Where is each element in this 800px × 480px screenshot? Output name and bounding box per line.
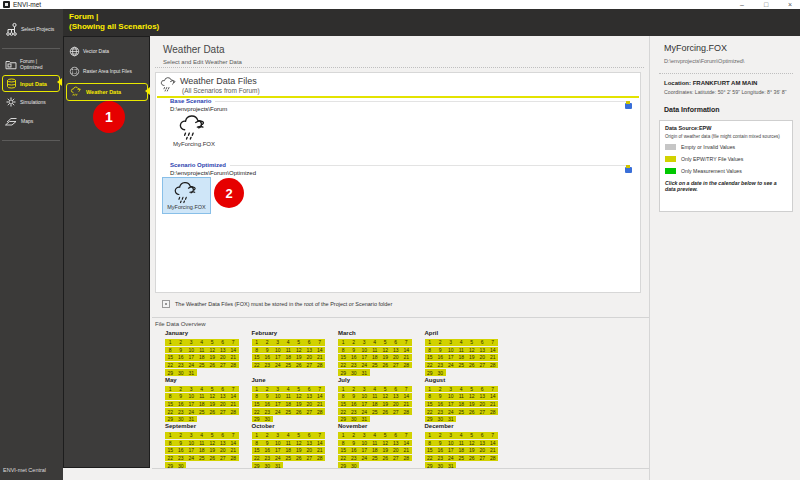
calendar-day[interactable]: 3 (186, 432, 197, 439)
calendar-day[interactable]: 1 (165, 339, 176, 346)
calendar-day[interactable]: 11 (370, 440, 381, 447)
calendar-day[interactable]: 26 (207, 455, 218, 462)
calendar-day[interactable]: 28 (401, 362, 412, 369)
calendar-day[interactable]: 17 (359, 447, 370, 454)
calendar-day[interactable]: 10 (359, 393, 370, 400)
calendar-day[interactable]: 11 (370, 347, 381, 354)
calendar-day[interactable]: 27 (304, 455, 315, 462)
calendar-day[interactable]: 5 (294, 386, 305, 393)
calendar-day[interactable]: 4 (456, 386, 467, 393)
calendar-day[interactable]: 8 (425, 440, 436, 447)
calendar-day[interactable]: 2 (349, 432, 360, 439)
calendar-day[interactable]: 9 (176, 347, 187, 354)
calendar-day[interactable]: 12 (294, 347, 305, 354)
calendar-day[interactable]: 25 (456, 362, 467, 369)
calendar-day[interactable]: 11 (283, 440, 294, 447)
calendar-day[interactable]: 7 (315, 386, 326, 393)
calendar-day[interactable]: 21 (401, 401, 412, 408)
calendar-day[interactable]: 23 (262, 362, 273, 369)
calendar-day[interactable]: 8 (252, 393, 263, 400)
calendar-day[interactable]: 13 (218, 347, 229, 354)
calendar-day[interactable]: 2 (176, 432, 187, 439)
calendar-day[interactable]: 28 (228, 408, 239, 415)
calendar-day[interactable]: 13 (477, 393, 488, 400)
calendar-day[interactable]: 8 (425, 393, 436, 400)
calendar-day[interactable]: 30 (176, 369, 187, 376)
calendar-day[interactable]: 9 (176, 393, 187, 400)
calendar-day[interactable]: 18 (456, 354, 467, 361)
calendar-day[interactable]: 24 (446, 362, 457, 369)
calendar-day[interactable]: 19 (207, 354, 218, 361)
calendar-day[interactable]: 23 (435, 408, 446, 415)
calendar-day[interactable]: 4 (283, 386, 294, 393)
calendar-day[interactable]: 7 (401, 432, 412, 439)
calendar-day[interactable]: 25 (456, 408, 467, 415)
calendar-day[interactable]: 12 (207, 393, 218, 400)
calendar-day[interactable]: 31 (359, 416, 370, 423)
calendar-day[interactable]: 28 (228, 455, 239, 462)
calendar-day[interactable]: 25 (370, 362, 381, 369)
section-action-icon[interactable] (625, 167, 632, 173)
calendar-day[interactable]: 5 (467, 339, 478, 346)
calendar-day[interactable]: 25 (370, 408, 381, 415)
calendar-day[interactable]: 23 (176, 408, 187, 415)
calendar-day[interactable]: 2 (176, 339, 187, 346)
calendar-day[interactable]: 16 (262, 401, 273, 408)
calendar-day[interactable]: 5 (380, 386, 391, 393)
calendar-day[interactable]: 1 (165, 432, 176, 439)
calendar-day[interactable]: 10 (186, 393, 197, 400)
calendar-day[interactable]: 13 (391, 440, 402, 447)
calendar-day[interactable]: 30 (435, 416, 446, 423)
calendar-day[interactable]: 22 (425, 408, 436, 415)
calendar-day[interactable]: 15 (425, 401, 436, 408)
calendar-day[interactable]: 3 (359, 432, 370, 439)
calendar-day[interactable]: 7 (228, 432, 239, 439)
calendar-day[interactable]: 22 (338, 455, 349, 462)
calendar-day[interactable]: 18 (456, 401, 467, 408)
calendar-day[interactable]: 9 (176, 440, 187, 447)
minimize-icon[interactable]: – (736, 0, 748, 9)
calendar-day[interactable]: 5 (294, 432, 305, 439)
calendar-day[interactable]: 3 (186, 386, 197, 393)
calendar-day[interactable]: 8 (165, 440, 176, 447)
calendar-day[interactable]: 17 (446, 447, 457, 454)
calendar-day[interactable]: 8 (338, 440, 349, 447)
calendar-day[interactable]: 5 (467, 386, 478, 393)
calendar-day[interactable]: 11 (283, 393, 294, 400)
calendar-day[interactable]: 14 (488, 347, 499, 354)
calendar-day[interactable]: 13 (477, 440, 488, 447)
calendar-day[interactable]: 20 (218, 447, 229, 454)
calendar-day[interactable]: 17 (186, 447, 197, 454)
calendar-day[interactable]: 29 (165, 416, 176, 423)
calendar-day[interactable]: 22 (165, 455, 176, 462)
calendar-day[interactable]: 2 (435, 432, 446, 439)
calendar-day[interactable]: 19 (294, 354, 305, 361)
calendar-day[interactable]: 11 (456, 393, 467, 400)
calendar-day[interactable]: 26 (380, 455, 391, 462)
calendar-day[interactable]: 26 (294, 408, 305, 415)
calendar-day[interactable]: 16 (435, 354, 446, 361)
calendar-day[interactable]: 1 (338, 386, 349, 393)
calendar-day[interactable]: 23 (262, 455, 273, 462)
calendar-day[interactable]: 16 (349, 447, 360, 454)
calendar-day[interactable]: 2 (176, 386, 187, 393)
calendar-day[interactable]: 17 (186, 354, 197, 361)
calendar-day[interactable]: 22 (252, 455, 263, 462)
calendar-day[interactable]: 24 (273, 455, 284, 462)
calendar-day[interactable]: 14 (228, 347, 239, 354)
calendar-day[interactable]: 10 (273, 393, 284, 400)
sidebar-item-simulations[interactable]: Simulations (0, 95, 68, 109)
calendar-day[interactable]: 19 (380, 447, 391, 454)
calendar-day[interactable]: 5 (207, 339, 218, 346)
calendar-day[interactable]: 3 (186, 339, 197, 346)
calendar-day[interactable]: 1 (425, 339, 436, 346)
calendar-day[interactable]: 7 (488, 432, 499, 439)
calendar-day[interactable]: 29 (425, 369, 436, 376)
calendar-day[interactable]: 9 (349, 440, 360, 447)
calendar-day[interactable]: 27 (477, 362, 488, 369)
calendar-day[interactable]: 1 (252, 432, 263, 439)
calendar-day[interactable]: 18 (370, 354, 381, 361)
calendar-day[interactable]: 4 (283, 339, 294, 346)
calendar-day[interactable]: 11 (370, 393, 381, 400)
calendar-day[interactable]: 8 (165, 347, 176, 354)
